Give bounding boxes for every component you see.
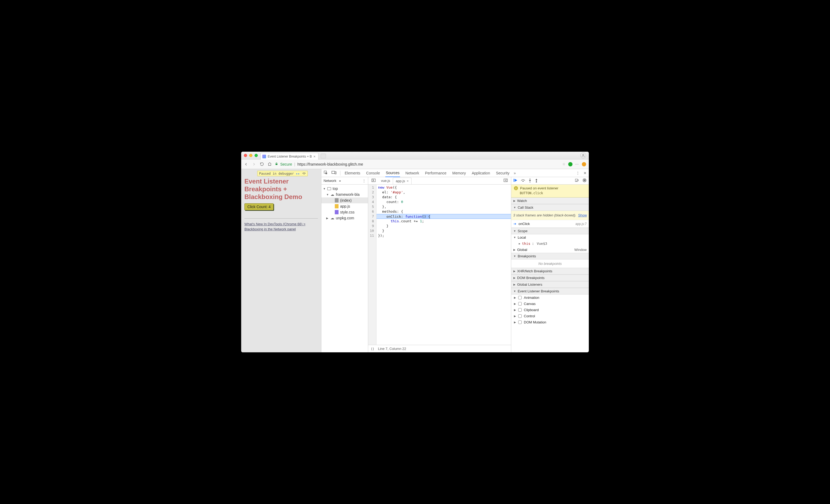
scope-local[interactable]: ▼Local: [511, 234, 589, 241]
devtools-tab-application[interactable]: Application: [471, 169, 491, 177]
close-window-button[interactable]: [244, 154, 247, 157]
global-listeners-header[interactable]: ▶Global Listeners: [511, 281, 589, 288]
pause-on-exceptions-button[interactable]: [582, 178, 587, 183]
step-over-button[interactable]: [521, 179, 525, 183]
back-button[interactable]: [244, 162, 248, 166]
code-content[interactable]: new Vue({ el: '#app', data: { count: 0 }…: [377, 185, 511, 345]
devtools-tab-memory[interactable]: Memory: [452, 169, 467, 177]
navigator-kebab-icon[interactable]: ⋮: [362, 179, 366, 183]
devtools-tab-console[interactable]: Console: [365, 169, 380, 177]
code-line[interactable]: }: [377, 224, 511, 228]
favicon-icon: [262, 155, 266, 158]
click-count-button[interactable]: Click Count: 4: [245, 203, 274, 210]
close-tab-button[interactable]: ×: [313, 154, 316, 159]
code-line[interactable]: data: {: [377, 195, 511, 199]
code-line[interactable]: methods: {: [377, 209, 511, 214]
scope-this[interactable]: ▶this: Vue$3: [511, 241, 589, 247]
elb-category[interactable]: ▶Animation: [511, 294, 589, 301]
code-editor[interactable]: 1234567891011 new Vue({ el: '#app', data…: [368, 185, 511, 345]
forward-button[interactable]: [252, 162, 256, 166]
svg-marker-13: [529, 180, 531, 181]
step-out-button[interactable]: [535, 178, 538, 183]
stack-frame[interactable]: ➔ onClick app.js:7: [511, 220, 589, 228]
elb-category[interactable]: ▶Canvas: [511, 301, 589, 307]
minimize-window-button[interactable]: [249, 154, 252, 157]
navigator-tab[interactable]: Network: [324, 179, 337, 183]
extension-alert-icon[interactable]: [582, 162, 586, 166]
dom-breakpoints-header[interactable]: ▶DOM Breakpoints: [511, 275, 589, 281]
devtools-tab-elements[interactable]: Elements: [344, 169, 361, 177]
tree-top-frame[interactable]: ▼ top: [321, 186, 368, 192]
overlay-step-button[interactable]: [302, 171, 306, 176]
devtools-tab-sources[interactable]: Sources: [385, 169, 400, 177]
code-line[interactable]: });: [377, 233, 511, 238]
elb-section-header[interactable]: ▼Event Listener Breakpoints: [511, 288, 589, 294]
navigator-more-icon[interactable]: »: [339, 179, 341, 183]
file-tree-item[interactable]: style.css: [321, 209, 368, 215]
code-line[interactable]: },: [377, 204, 511, 209]
reload-button[interactable]: [260, 162, 264, 166]
xhr-breakpoints-header[interactable]: ▶XHR/fetch Breakpoints: [511, 268, 589, 275]
code-line[interactable]: onClick: function() {: [377, 214, 511, 219]
toggle-navigator-icon[interactable]: [370, 179, 377, 183]
watch-section-header[interactable]: ▶Watch: [511, 197, 589, 204]
code-line[interactable]: el: '#app',: [377, 190, 511, 195]
elb-checkbox[interactable]: [518, 296, 522, 300]
elb-category[interactable]: ▶Clipboard: [511, 307, 589, 313]
domain-label: framework-bla: [336, 192, 360, 197]
toggle-debugger-icon[interactable]: [502, 179, 509, 183]
inspect-element-icon[interactable]: [324, 170, 328, 176]
extension-icon[interactable]: [568, 162, 573, 166]
more-tabs-icon[interactable]: »: [514, 171, 516, 175]
browser-tab[interactable]: Event Listener Breakpoints + B ×: [260, 153, 318, 160]
step-into-button[interactable]: [529, 178, 532, 183]
breakpoints-section-header[interactable]: ▼Breakpoints: [511, 253, 589, 259]
file-icon: [335, 210, 339, 214]
extension-menu-icon[interactable]: ⋯: [575, 162, 579, 166]
elb-checkbox[interactable]: [518, 302, 522, 306]
elb-category[interactable]: ▶Control: [511, 313, 589, 319]
deactivate-breakpoints-button[interactable]: [575, 179, 579, 183]
devtools: ElementsConsoleSourcesNetworkPerformance…: [321, 169, 589, 352]
new-tab-button[interactable]: [321, 154, 326, 158]
zoom-window-button[interactable]: [255, 154, 258, 157]
elb-checkbox[interactable]: [518, 320, 522, 324]
show-hidden-frames-link[interactable]: Show: [578, 213, 587, 217]
resume-button[interactable]: [513, 179, 518, 183]
scope-global[interactable]: ▶GlobalWindow: [511, 247, 589, 253]
devtools-tab-performance[interactable]: Performance: [424, 169, 447, 177]
code-line[interactable]: count: 0: [377, 199, 511, 204]
overlay-resume-button[interactable]: ▸▸: [296, 172, 300, 176]
close-devtools-icon[interactable]: ✕: [583, 171, 587, 175]
stack-frame-name: onClick: [518, 222, 530, 226]
address-bar[interactable]: Secure | https://framework-blackboxing.g…: [275, 161, 559, 167]
line-number-gutter[interactable]: 1234567891011: [368, 185, 377, 345]
info-icon: i: [514, 186, 518, 190]
kebab-menu-icon[interactable]: ⋮: [576, 171, 580, 175]
elb-checkbox[interactable]: [518, 314, 522, 318]
editor-tab[interactable]: vue.js: [378, 177, 393, 184]
elb-checkbox[interactable]: [518, 308, 522, 312]
close-editor-tab-icon[interactable]: ×: [407, 179, 409, 183]
bookmark-star-icon[interactable]: ☆: [562, 162, 566, 166]
tree-domain-external[interactable]: ▶☁ unpkg.com: [321, 215, 368, 221]
file-tree-item[interactable]: (index): [321, 197, 368, 203]
paused-overlay-label: Paused in debugger: [259, 172, 294, 176]
whatsnew-link[interactable]: What's New In DevTools (Chrome 66) > Bla…: [245, 222, 318, 231]
devtools-tab-network[interactable]: Network: [405, 169, 419, 177]
editor-tab[interactable]: app.js×: [393, 178, 412, 184]
device-toolbar-icon[interactable]: [331, 171, 337, 175]
pretty-print-icon[interactable]: {}: [371, 347, 374, 351]
debugger-sections: ▶Watch ▼Call Stack 3 stack frames are hi…: [511, 197, 589, 352]
devtools-tab-security[interactable]: Security: [496, 169, 510, 177]
elb-category[interactable]: ▶DOM Mutation: [511, 319, 589, 325]
code-line[interactable]: }: [377, 228, 511, 233]
file-tree-item[interactable]: app.js: [321, 203, 368, 209]
profile-button[interactable]: [580, 153, 586, 158]
code-line[interactable]: this.count += 1;: [377, 219, 511, 224]
callstack-section-header[interactable]: ▼Call Stack: [511, 204, 589, 211]
home-button[interactable]: [268, 162, 272, 166]
tree-domain[interactable]: ▼☁ framework-bla: [321, 192, 368, 197]
code-line[interactable]: new Vue({: [377, 185, 511, 190]
scope-section-header[interactable]: ▼Scope: [511, 228, 589, 234]
